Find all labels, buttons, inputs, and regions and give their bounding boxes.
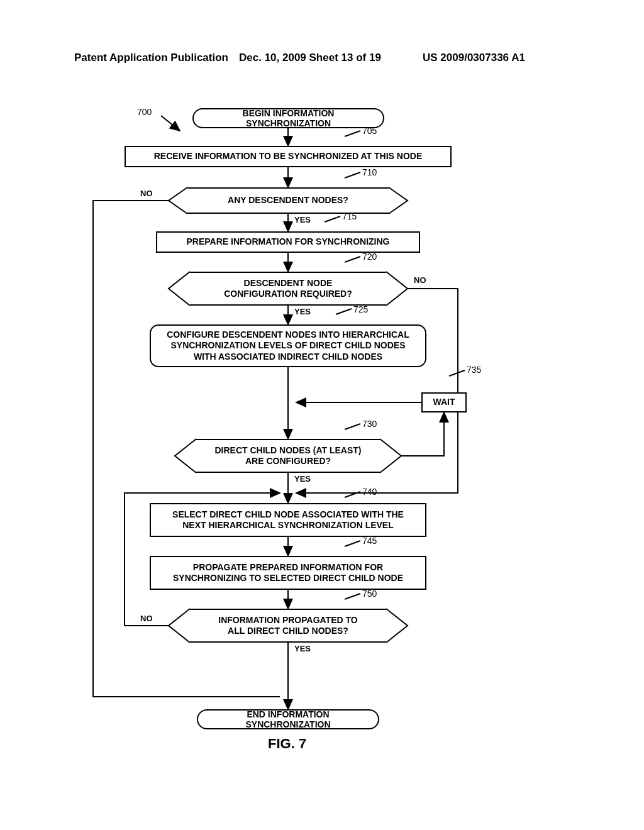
svg-line-18: [345, 541, 360, 546]
svg-line-20: [161, 116, 180, 131]
decision-710: ANY DESCENDENT NODES?: [169, 187, 408, 214]
flowchart: 700 BEGIN INFORMATION SYNCHRONIZATION RE…: [74, 101, 570, 773]
svg-line-10: [345, 131, 360, 136]
process-725-l1: CONFIGURE DESCENDENT NODES INTO HIERARCH…: [167, 329, 409, 341]
process-735: WAIT: [421, 392, 467, 412]
process-725: CONFIGURE DESCENDENT NODES INTO HIERARCH…: [150, 324, 426, 367]
svg-line-13: [345, 257, 360, 262]
header-right: US 2009/0307336 A1: [423, 52, 525, 64]
svg-line-12: [325, 216, 340, 222]
decision-730: DIRECT CHILD NODES (AT LEAST) ARE CONFIG…: [175, 439, 401, 473]
label-yes-750: YES: [294, 644, 311, 653]
ref-710: 710: [362, 167, 377, 177]
svg-line-19: [345, 594, 360, 599]
decision-720: DESCENDENT NODE CONFIGURATION REQUIRED?: [169, 272, 408, 306]
svg-line-16: [449, 370, 465, 376]
process-745-l1: PROPAGATE PREPARED INFORMATION FOR: [193, 562, 383, 573]
svg-line-14: [336, 309, 352, 314]
ref-745: 745: [362, 536, 377, 546]
label-no-750: NO: [140, 614, 153, 623]
process-740-l2: NEXT HIERARCHICAL SYNCHRONIZATION LEVEL: [182, 520, 394, 531]
process-740: SELECT DIRECT CHILD NODE ASSOCIATED WITH…: [150, 503, 426, 537]
ref-715: 715: [342, 211, 357, 221]
label-no-710: NO: [140, 189, 153, 198]
process-705: RECEIVE INFORMATION TO BE SYNCHRONIZED A…: [125, 146, 452, 167]
label-no-720: NO: [414, 275, 426, 285]
process-715: PREPARE INFORMATION FOR SYNCHRONIZING: [156, 231, 420, 253]
header-left: Patent Application Publication: [74, 52, 228, 64]
header-mid: Dec. 10, 2009 Sheet 13 of 19: [239, 52, 381, 64]
label-yes-730: YES: [294, 474, 311, 484]
process-745: PROPAGATE PREPARED INFORMATION FOR SYNCH…: [150, 556, 426, 590]
ref-735: 735: [467, 365, 481, 375]
terminator-start: BEGIN INFORMATION SYNCHRONIZATION: [192, 108, 384, 128]
process-745-l2: SYNCHRONIZING TO SELECTED DIRECT CHILD N…: [173, 573, 403, 584]
process-725-l3: WITH ASSOCIATED INDIRECT CHILD NODES: [194, 351, 382, 363]
ref-705: 705: [362, 126, 377, 136]
label-yes-720: YES: [294, 307, 311, 316]
ref-700: 700: [137, 107, 152, 117]
process-725-l2: SYNCHRONIZATION LEVELS OF DIRECT CHILD N…: [170, 340, 405, 351]
process-740-l1: SELECT DIRECT CHILD NODE ASSOCIATED WITH…: [172, 509, 404, 521]
terminator-end: END INFORMATION SYNCHRONIZATION: [197, 709, 379, 729]
ref-720: 720: [362, 252, 377, 262]
svg-line-11: [345, 172, 360, 178]
label-yes-710: YES: [294, 215, 311, 224]
ref-725: 725: [353, 304, 368, 314]
decision-750: INFORMATION PROPAGATED TO ALL DIRECT CHI…: [169, 609, 408, 643]
ref-730: 730: [362, 419, 377, 429]
figure-caption: FIG. 7: [268, 736, 306, 752]
svg-line-15: [345, 424, 360, 429]
ref-750: 750: [362, 589, 377, 599]
ref-740: 740: [362, 487, 377, 497]
